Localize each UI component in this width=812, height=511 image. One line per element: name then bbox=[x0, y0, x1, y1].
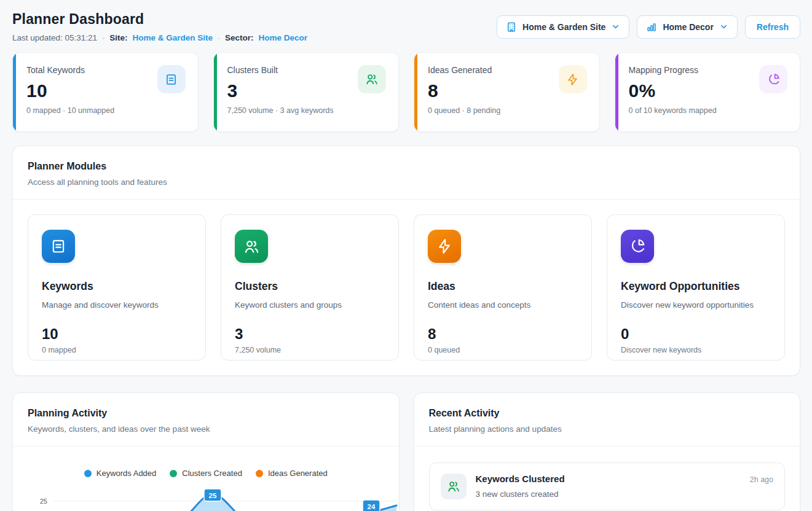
stat-sub: 0 queued · 8 pending bbox=[428, 106, 587, 115]
planning-activity-title: Planning Activity bbox=[28, 408, 384, 419]
meta-separator: · bbox=[102, 34, 104, 42]
page-title: Planner Dashboard bbox=[12, 11, 307, 28]
module-title: Ideas bbox=[428, 280, 578, 293]
modules-subtitle: Access all planning tools and features bbox=[28, 177, 785, 187]
module-card-keyword-opportunities[interactable]: Keyword Opportunities Discover new keywo… bbox=[607, 214, 785, 361]
stat-card-total-keywords: Total Keywords 10 0 mapped · 10 unmapped bbox=[12, 52, 199, 132]
pie-chart-icon bbox=[621, 230, 654, 263]
stat-card-clusters-built: Clusters Built 3 7,250 volume · 3 avg ke… bbox=[213, 52, 400, 132]
module-sub: 0 mapped bbox=[42, 346, 192, 354]
module-description: Manage and discover keywords bbox=[42, 300, 192, 310]
file-lines-icon bbox=[157, 65, 186, 93]
meta-separator: · bbox=[218, 34, 220, 42]
activity-body: Keywords Clustered 2h ago 3 new clusters… bbox=[476, 474, 774, 499]
site-select-value: Home & Garden Site bbox=[522, 22, 605, 32]
users-icon bbox=[235, 230, 268, 263]
module-sub: Discover new keywords bbox=[621, 346, 771, 354]
module-title: Keyword Opportunities bbox=[621, 280, 771, 293]
chevron-down-icon bbox=[719, 22, 728, 31]
header-titles: Planner Dashboard Last updated: 05:31:21… bbox=[12, 11, 307, 42]
legend-dot bbox=[256, 470, 263, 477]
module-description: Content ideas and concepts bbox=[428, 300, 578, 310]
recent-activity-panel: Recent Activity Latest planning actions … bbox=[414, 392, 801, 511]
users-icon bbox=[358, 65, 386, 93]
file-lines-icon bbox=[42, 230, 75, 263]
legend-item-ideas-generated[interactable]: Ideas Generated bbox=[256, 469, 328, 478]
svg-text:24: 24 bbox=[368, 503, 376, 510]
modules-title: Planner Modules bbox=[28, 161, 785, 172]
legend-item-keywords-added[interactable]: Keywords Added bbox=[84, 469, 157, 478]
planning-activity-subtitle: Keywords, clusters, and ideas over the p… bbox=[28, 424, 384, 434]
page-header: Planner Dashboard Last updated: 05:31:21… bbox=[12, 11, 800, 42]
module-sub: 0 queued bbox=[428, 346, 578, 354]
stat-sub: 7,250 volume · 3 avg keywords bbox=[227, 106, 387, 115]
module-value: 10 bbox=[42, 326, 192, 343]
activity-title: Keywords Clustered bbox=[476, 474, 565, 484]
legend-label: Ideas Generated bbox=[268, 469, 328, 478]
activity-description: 3 new clusters created bbox=[476, 490, 774, 499]
zap-icon bbox=[428, 230, 461, 263]
sector-select-value: Home Decor bbox=[663, 22, 713, 32]
stat-sub: 0 mapped · 10 unmapped bbox=[26, 106, 186, 115]
recent-activity-header: Recent Activity Latest planning actions … bbox=[414, 393, 800, 447]
building-icon bbox=[506, 21, 517, 33]
stat-sub: 0 of 10 keywords mapped bbox=[629, 106, 788, 115]
legend-dot bbox=[84, 470, 92, 477]
site-select[interactable]: Home & Garden Site bbox=[497, 15, 629, 39]
y-axis-tick: 25 bbox=[40, 497, 47, 505]
legend-item-clusters-created[interactable]: Clusters Created bbox=[170, 469, 242, 478]
svg-text:25: 25 bbox=[209, 492, 217, 499]
users-icon bbox=[441, 474, 467, 499]
sector-label: Sector: bbox=[225, 33, 254, 42]
module-description: Keyword clusters and groups bbox=[235, 300, 385, 310]
point-label-peak: 25 bbox=[204, 489, 221, 501]
stat-card-mapping-progress: Mapping Progress 0% 0 of 10 keywords map… bbox=[615, 52, 801, 132]
legend-label: Keywords Added bbox=[97, 469, 157, 478]
site-link[interactable]: Home & Garden Site bbox=[132, 33, 213, 42]
pie-chart-icon bbox=[759, 65, 787, 93]
module-title: Keywords bbox=[42, 280, 192, 293]
module-title: Clusters bbox=[235, 280, 385, 293]
recent-activity-title: Recent Activity bbox=[429, 408, 786, 419]
bottom-row: Planning Activity Keywords, clusters, an… bbox=[12, 392, 800, 511]
planning-activity-panel: Planning Activity Keywords, clusters, an… bbox=[12, 392, 400, 511]
activity-time: 2h ago bbox=[750, 475, 773, 484]
module-value: 8 bbox=[428, 326, 578, 343]
module-card-clusters[interactable]: Clusters Keyword clusters and groups 3 7… bbox=[221, 214, 399, 361]
chart-legend: Keywords Added Clusters Created Ideas Ge… bbox=[13, 469, 399, 478]
stats-row: Total Keywords 10 0 mapped · 10 unmapped… bbox=[12, 52, 800, 132]
planning-activity-chart[interactable]: 25 25 24 bbox=[13, 483, 400, 511]
legend-label: Clusters Created bbox=[182, 469, 242, 478]
point-label-right: 24 bbox=[363, 500, 380, 511]
planning-activity-header: Planning Activity Keywords, clusters, an… bbox=[13, 393, 399, 447]
bar-chart-icon bbox=[646, 21, 657, 33]
activity-item-keywords-clustered: Keywords Clustered 2h ago 3 new clusters… bbox=[429, 462, 786, 510]
last-updated-text: Last updated: 05:31:21 bbox=[12, 33, 97, 42]
stat-card-ideas-generated: Ideas Generated 8 0 queued · 8 pending bbox=[414, 52, 600, 132]
activity-list: Keywords Clustered 2h ago 3 new clusters… bbox=[414, 447, 800, 511]
sector-link[interactable]: Home Decor bbox=[258, 33, 307, 42]
legend-dot bbox=[170, 470, 177, 477]
header-controls: Home & Garden Site Home Decor bbox=[497, 15, 800, 39]
module-value: 0 bbox=[621, 326, 771, 343]
planner-dashboard-page: Planner Dashboard Last updated: 05:31:21… bbox=[0, 0, 812, 511]
module-sub: 7,250 volume bbox=[235, 346, 385, 354]
zap-icon bbox=[559, 65, 587, 93]
chevron-down-icon bbox=[611, 22, 620, 31]
site-label: Site: bbox=[109, 33, 127, 42]
module-description: Discover new keyword opportunities bbox=[621, 300, 771, 310]
modules-panel-header: Planner Modules Access all planning tool… bbox=[13, 146, 800, 200]
sector-select[interactable]: Home Decor bbox=[637, 15, 737, 39]
page-meta: Last updated: 05:31:21 · Site: Home & Ga… bbox=[12, 33, 307, 42]
planner-modules-panel: Planner Modules Access all planning tool… bbox=[12, 146, 800, 376]
module-card-ideas[interactable]: Ideas Content ideas and concepts 8 0 que… bbox=[414, 214, 592, 361]
refresh-button[interactable]: Refresh bbox=[745, 15, 800, 39]
modules-grid: Keywords Manage and discover keywords 10… bbox=[13, 200, 800, 375]
module-card-keywords[interactable]: Keywords Manage and discover keywords 10… bbox=[28, 214, 206, 361]
recent-activity-subtitle: Latest planning actions and updates bbox=[429, 424, 786, 434]
module-value: 3 bbox=[235, 326, 385, 343]
